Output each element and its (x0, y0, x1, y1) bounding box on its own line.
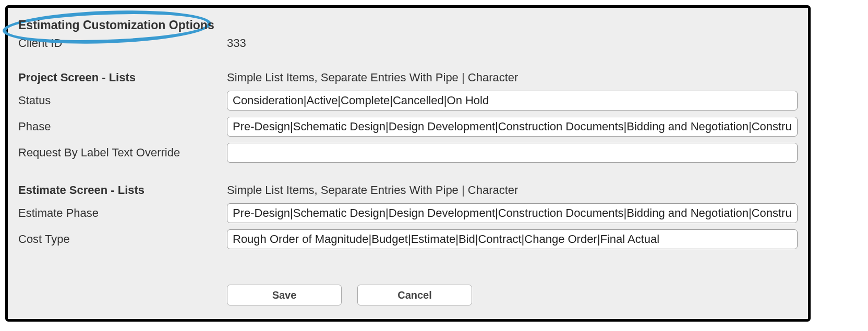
save-button[interactable]: Save (227, 285, 342, 305)
page-title: Estimating Customization Options (18, 18, 214, 32)
customization-panel: Estimating Customization Options Client … (5, 5, 811, 322)
status-input[interactable] (227, 91, 798, 111)
project-section-header: Project Screen - Lists (18, 71, 227, 84)
cost-type-label: Cost Type (18, 232, 227, 246)
estimate-section-header: Estimate Screen - Lists (18, 183, 227, 197)
estimate-phase-input[interactable] (227, 203, 798, 223)
project-section-hint: Simple List Items, Separate Entries With… (227, 71, 798, 84)
request-by-label: Request By Label Text Override (18, 146, 227, 160)
cancel-button[interactable]: Cancel (357, 285, 472, 305)
estimate-phase-label: Estimate Phase (18, 206, 227, 220)
request-by-input[interactable] (227, 143, 798, 163)
client-id-label: Client ID (18, 36, 227, 50)
status-label: Status (18, 94, 227, 107)
client-id-value: 333 (227, 36, 798, 50)
phase-input[interactable] (227, 117, 798, 137)
estimate-section-hint: Simple List Items, Separate Entries With… (227, 183, 798, 197)
phase-label: Phase (18, 120, 227, 133)
cost-type-input[interactable] (227, 229, 798, 249)
